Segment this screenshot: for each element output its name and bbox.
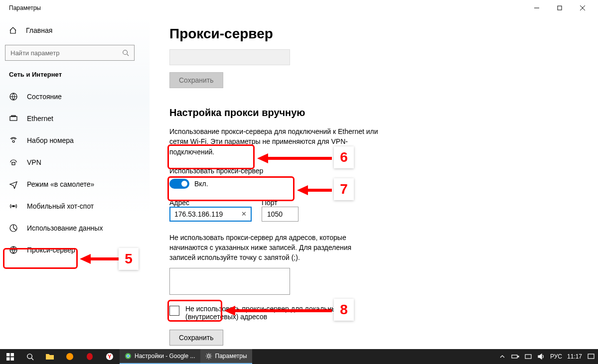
svg-rect-24 <box>6 357 10 361</box>
close-button[interactable] <box>571 0 594 16</box>
sidebar-item-label: VPN <box>27 158 41 166</box>
svg-rect-39 <box>588 354 594 359</box>
exceptions-input[interactable] <box>169 268 290 295</box>
use-proxy-toggle[interactable] <box>169 179 189 189</box>
maximize-button[interactable] <box>548 0 571 16</box>
taskbar-yandex[interactable]: Y <box>100 349 120 364</box>
section-title: Настройка прокси вручную <box>169 107 473 119</box>
sidebar: Главная Найти параметр Сеть и Интернет С… <box>0 16 150 349</box>
window-titlebar: Параметры <box>0 0 598 16</box>
tray-time[interactable]: 11:17 <box>567 353 582 360</box>
callout-num-7: 7 <box>334 178 354 200</box>
taskbar-chrome[interactable]: Настройки - Google ... <box>120 349 200 364</box>
callout-num-8: 8 <box>334 299 354 321</box>
sidebar-item-dialup[interactable]: Набор номера <box>0 129 150 151</box>
sidebar-item-label: Мобильный хот-спот <box>27 202 94 210</box>
windows-icon <box>6 353 14 361</box>
sidebar-item-airplane[interactable]: Режим «в самолете» <box>0 173 150 195</box>
taskbar: Y Настройки - Google ... Параметры РУС 1… <box>0 349 598 364</box>
vpn-icon <box>9 158 18 167</box>
svg-point-35 <box>207 355 210 357</box>
minimize-button[interactable] <box>525 0 548 16</box>
callout-num-6: 6 <box>334 146 354 168</box>
firefox-icon <box>66 353 74 361</box>
sidebar-item-label: Состояние <box>27 93 62 101</box>
svg-line-27 <box>31 358 33 360</box>
svg-point-4 <box>123 50 128 55</box>
svg-marker-19 <box>297 185 308 195</box>
proxy-icon <box>9 245 18 254</box>
sidebar-home-label: Главная <box>26 26 52 34</box>
tray-lang[interactable]: РУС <box>550 353 562 360</box>
sidebar-item-label: Режим «в самолете» <box>27 180 94 188</box>
status-icon <box>9 92 18 101</box>
home-icon <box>9 26 17 34</box>
exceptions-desc: Не использовать прокси-сервер для адресо… <box>169 233 379 263</box>
sidebar-item-datausage[interactable]: Использование данных <box>0 217 150 239</box>
sidebar-item-label: Набор номера <box>27 136 74 144</box>
hotspot-icon <box>9 202 18 211</box>
taskbar-explorer[interactable] <box>40 349 60 364</box>
gear-icon <box>205 353 212 360</box>
port-label: Порт <box>262 199 299 207</box>
window-title: Параметры <box>4 4 41 11</box>
arrow-6 <box>257 152 332 164</box>
folder-icon <box>46 353 54 360</box>
sidebar-section-header: Сеть и Интернет <box>0 71 150 78</box>
network-icon[interactable] <box>524 353 532 361</box>
taskbar-chrome-label: Настройки - Google ... <box>135 353 195 360</box>
search-icon <box>26 353 34 361</box>
port-input[interactable]: 1050 <box>262 207 299 222</box>
sidebar-item-vpn[interactable]: VPN <box>0 151 150 173</box>
toggle-state-text: Вкл. <box>194 180 208 188</box>
data-usage-icon <box>9 224 18 233</box>
callout-num-5: 5 <box>119 248 139 270</box>
sidebar-home[interactable]: Главная <box>0 21 150 40</box>
taskbar-settings-label: Параметры <box>215 353 247 360</box>
svg-rect-1 <box>558 6 562 10</box>
taskbar-opera[interactable] <box>80 349 100 364</box>
svg-point-9 <box>12 140 14 142</box>
sidebar-item-label: Ethernet <box>27 115 53 122</box>
svg-point-34 <box>127 355 129 357</box>
arrow-7 <box>297 184 332 196</box>
notifications-icon[interactable] <box>587 353 595 361</box>
arrow-5 <box>80 253 120 265</box>
svg-rect-25 <box>10 357 14 361</box>
volume-icon[interactable] <box>537 353 545 361</box>
save-button-disabled: Сохранить <box>169 72 223 88</box>
use-proxy-label: Использовать прокси-сервер <box>169 167 473 175</box>
taskbar-firefox[interactable] <box>60 349 80 364</box>
svg-rect-7 <box>10 117 17 121</box>
sidebar-item-label: Прокси-сервер <box>27 246 75 254</box>
local-addr-checkbox[interactable] <box>169 306 179 316</box>
svg-line-5 <box>127 54 129 56</box>
chrome-icon <box>125 353 132 360</box>
chevron-up-icon[interactable] <box>498 353 506 361</box>
yandex-icon: Y <box>106 353 114 361</box>
svg-marker-17 <box>257 153 268 163</box>
battery-icon[interactable] <box>511 353 519 361</box>
svg-marker-21 <box>224 306 235 316</box>
address-input[interactable]: 176.53.186.119 ✕ <box>169 207 252 222</box>
search-icon <box>122 49 129 56</box>
save-button-label: Сохранить <box>179 334 214 342</box>
dialup-icon <box>9 136 18 145</box>
search-input[interactable]: Найти параметр <box>5 45 135 61</box>
sidebar-item-status[interactable]: Состояние <box>0 86 150 108</box>
svg-text:Y: Y <box>108 354 112 360</box>
svg-point-11 <box>13 206 14 207</box>
save-button[interactable]: Сохранить <box>169 330 223 346</box>
sidebar-item-hotspot[interactable]: Мобильный хот-спот <box>0 195 150 217</box>
window-controls <box>525 0 594 16</box>
taskbar-search-button[interactable] <box>20 349 40 364</box>
clear-icon[interactable]: ✕ <box>241 210 247 218</box>
svg-rect-23 <box>10 353 14 357</box>
svg-marker-15 <box>80 254 91 264</box>
taskbar-settings[interactable]: Параметры <box>200 349 252 364</box>
sidebar-item-ethernet[interactable]: Ethernet <box>0 108 150 129</box>
airplane-icon <box>9 180 18 189</box>
script-url-input[interactable] <box>169 49 290 65</box>
svg-point-28 <box>66 353 73 360</box>
start-button[interactable] <box>0 349 20 364</box>
